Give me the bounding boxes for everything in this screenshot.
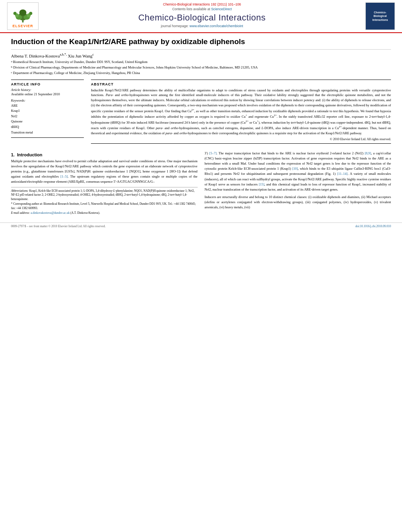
- article-info-header: ARTICLE INFO: [11, 82, 84, 86]
- affil-a-sup: a: [11, 59, 12, 65]
- affiliations: a Biomedical Research Institute, Univers…: [11, 59, 391, 75]
- affiliation-b: b Division of Clinical Pharmacology, Dep…: [11, 65, 391, 70]
- available-online: Available online 21 September 2010: [11, 92, 84, 96]
- abstract-header: ABSTRACT: [91, 82, 391, 86]
- svg-point-7: [13, 12, 17, 15]
- journal-title: Chemico-Biological Interactions: [138, 13, 266, 23]
- svg-point-4: [19, 9, 26, 16]
- main-content: Induction of the Keap1/Nrf2/ARE pathway …: [0, 33, 402, 220]
- body-content: 1. Introduction Multiple protective mech…: [11, 151, 391, 216]
- author-2-sup: c: [93, 53, 94, 56]
- kw-Quinone: Quinone: [11, 119, 84, 124]
- elsevier-logo: ELSEVIER: [7, 2, 39, 30]
- kw-ARE: ARE: [11, 103, 84, 109]
- homepage-link[interactable]: www.elsevier.com/locate/chembioint: [189, 24, 243, 28]
- kw-Nrf2: Nrf2: [11, 114, 84, 119]
- author-1: Albena T. Dinkova-Kostova: [11, 53, 60, 58]
- affiliation-c: c Department of Pharmacology, College of…: [11, 70, 391, 76]
- journal-center: Chemico-Biological Interactions 192 (201…: [39, 2, 365, 28]
- kw-tBHQ: tBHQ: [11, 124, 84, 130]
- journal-homepage: journal homepage: www.elsevier.com/locat…: [161, 24, 243, 28]
- bottom-bar: 0009-2797/$ – see front matter © 2010 El…: [0, 222, 402, 230]
- journal-header: ELSEVIER Chemico-Biological Interactions…: [0, 0, 402, 33]
- journal-right-logo: Chemico-BiologicalInteractions: [365, 2, 395, 30]
- footnote-email: E-mail address: a.dinkovakostova@dundee.…: [11, 211, 198, 215]
- article-title: Induction of the Keap1/Nrf2/ARE pathway …: [11, 37, 391, 50]
- affil-a-text: Biomedical Research Institute, Universit…: [13, 59, 147, 65]
- authors: Albena T. Dinkova-Kostovaa,b,*, Xiu Jun …: [11, 53, 391, 58]
- author-1-sup: a,b,*,: [60, 53, 67, 56]
- footnote-abbrev: Abbreviations: Keap1, Kelch-like ECH-ass…: [11, 189, 198, 202]
- article-info-abstract-row: ARTICLE INFO Article history: Available …: [11, 80, 391, 148]
- journal-meta-top: Chemico-Biological Interactions 192 (201…: [163, 2, 241, 6]
- page: ELSEVIER Chemico-Biological Interactions…: [0, 0, 402, 532]
- contents-line: Contents lists available at ScienceDirec…: [172, 7, 232, 11]
- abstract-box: ABSTRACT Inducible Keap1/Nrf2/ARE pathwa…: [91, 80, 391, 144]
- affiliation-a: a Biomedical Research Institute, Univers…: [11, 59, 391, 65]
- intro-para-1: Multiple protective mechanisms have evol…: [11, 159, 198, 185]
- author-2: Xiu Jun Wang: [67, 53, 93, 58]
- affil-c-sup: c: [11, 70, 12, 76]
- keywords-label: Keywords:: [11, 98, 84, 102]
- journal-right-logo-text: Chemico-BiologicalInteractions: [372, 11, 388, 21]
- article-info-col: ARTICLE INFO Article history: Available …: [11, 80, 84, 148]
- affil-c-text: Department of Pharmacology, College of M…: [13, 70, 140, 76]
- copyright-line: © 2010 Elsevier Ireland Ltd. All rights …: [91, 137, 391, 141]
- elsevier-text: ELSEVIER: [13, 24, 33, 28]
- keywords-section: Keywords: ARE Keap1 Nrf2 Quinone tBHQ Tr…: [11, 98, 84, 135]
- right-para-1: 3′) [5–7]. The major transcription facto…: [205, 151, 391, 192]
- email-link[interactable]: a.dinkovakostova@dundee.ac.uk: [31, 211, 70, 215]
- doi-link[interactable]: doi:10.1016/j.cbi.2010.09.010: [355, 224, 391, 228]
- kw-Keap1: Keap1: [11, 108, 84, 114]
- abstract-text: Inducible Keap1/Nrf2/ARE pathway determi…: [91, 88, 391, 136]
- sciencedirect-link[interactable]: ScienceDirect: [211, 7, 232, 11]
- article-info-box: ARTICLE INFO Article history: Available …: [11, 80, 84, 138]
- affil-b-text: Division of Clinical Pharmacology, Depar…: [13, 65, 258, 70]
- footnotes: Abbreviations: Keap1, Kelch-like ECH-ass…: [11, 187, 198, 215]
- history-label: Article history:: [11, 88, 84, 92]
- introduction-title: 1. Introduction: [11, 152, 198, 157]
- issn-text: 0009-2797/$ – see front matter © 2010 El…: [11, 224, 106, 228]
- right-para-2: Inducers are structurally diverse and be…: [205, 195, 391, 210]
- affil-b-sup: b: [11, 65, 13, 70]
- kw-TransitionMetal: Transition metal: [11, 130, 84, 135]
- abstract-col: ABSTRACT Inducible Keap1/Nrf2/ARE pathwa…: [91, 80, 391, 148]
- body-left-col: 1. Introduction Multiple protective mech…: [11, 151, 198, 216]
- footnote-corresponding: * Corresponding author at: Biomedical Re…: [11, 202, 198, 210]
- svg-point-8: [29, 12, 32, 15]
- body-right-col: 3′) [5–7]. The major transcription facto…: [205, 151, 391, 216]
